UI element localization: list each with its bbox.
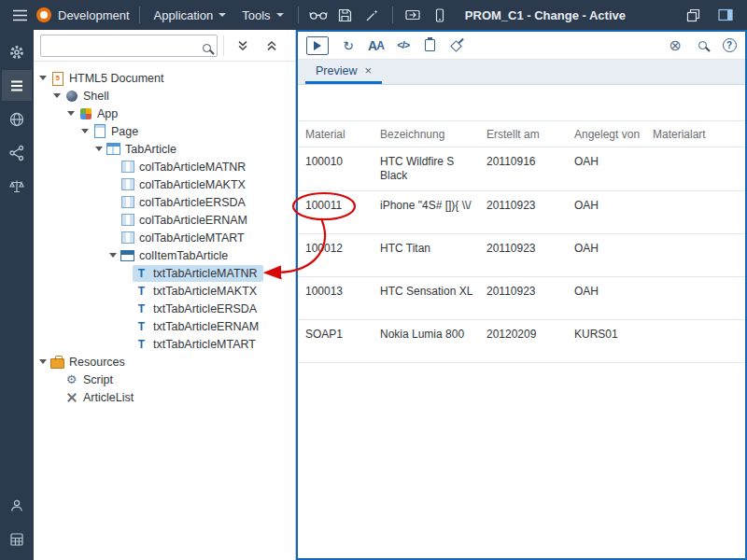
- copy-window-icon[interactable]: [683, 5, 703, 25]
- expander-icon[interactable]: [51, 374, 63, 385]
- help-icon[interactable]: ?: [722, 36, 737, 55]
- table-row[interactable]: 100013HTC Sensation XL20110923OAH: [298, 277, 745, 320]
- expander-icon[interactable]: [107, 250, 119, 261]
- expander-icon[interactable]: [51, 91, 63, 102]
- expander-icon[interactable]: [121, 268, 133, 279]
- layout-toggle-icon[interactable]: [715, 5, 736, 25]
- web-globe-icon[interactable]: [2, 104, 32, 134]
- expander-icon[interactable]: [121, 321, 133, 332]
- tree-item[interactable]: App: [34, 105, 295, 122]
- menu-application[interactable]: Application: [149, 8, 232, 22]
- deploy-icon[interactable]: [402, 5, 423, 25]
- tree-item[interactable]: Shell: [34, 87, 295, 105]
- shell-icon: [64, 89, 78, 103]
- text-icon: [134, 284, 148, 298]
- tree-item[interactable]: txtTabArticleMATNR: [34, 264, 295, 282]
- tree-item-label: txtTabArticleMTART: [153, 338, 256, 351]
- column-header[interactable]: Angelegt von: [567, 121, 645, 147]
- expander-icon[interactable]: [121, 339, 133, 350]
- expander-icon[interactable]: [107, 161, 119, 173]
- legal-scales-icon[interactable]: [2, 171, 32, 202]
- expander-icon[interactable]: [37, 73, 49, 84]
- collapse-all-icon[interactable]: [230, 35, 255, 57]
- text-icon: [134, 319, 148, 333]
- column-header[interactable]: Erstellt am: [479, 121, 567, 147]
- search-icon[interactable]: [203, 39, 211, 56]
- expander-icon[interactable]: [107, 232, 119, 244]
- user-icon[interactable]: [2, 490, 32, 521]
- outline-panel: HTML5 Document Shell App Page TabArticle…: [34, 30, 296, 560]
- expander-icon[interactable]: [121, 303, 133, 315]
- close-circle-icon[interactable]: ⊗: [668, 36, 683, 55]
- fonts-icon[interactable]: AA: [368, 36, 384, 55]
- tree-item[interactable]: Page: [34, 122, 295, 140]
- hamburger-menu-icon[interactable]: [9, 5, 30, 25]
- tree-item[interactable]: colItemTabArticle: [34, 246, 295, 264]
- table-cell: KURS01: [567, 320, 645, 363]
- tab-label: Preview: [316, 64, 357, 77]
- tree-item[interactable]: colTabArticleMATNR: [34, 158, 295, 175]
- outline-editor-icon[interactable]: [2, 70, 32, 101]
- tree-item[interactable]: HTML5 Document: [34, 69, 295, 87]
- column-header[interactable]: Materialart: [645, 121, 745, 147]
- run-preview-icon[interactable]: [306, 36, 329, 55]
- left-rail: [0, 30, 34, 560]
- tree-item[interactable]: txtTabArticleMAKTX: [34, 282, 295, 300]
- tree-item[interactable]: colTabArticleERSDA: [34, 193, 295, 211]
- menu-tools[interactable]: Tools: [237, 8, 288, 22]
- expander-icon[interactable]: [51, 392, 63, 403]
- expander-icon[interactable]: [107, 215, 119, 226]
- tree-item[interactable]: colTabArticleERNAM: [34, 211, 295, 229]
- clipboard-icon[interactable]: [423, 36, 438, 55]
- tree-item-label: colTabArticleERSDA: [139, 196, 246, 209]
- tree-item[interactable]: colTabArticleMAKTX: [34, 175, 295, 193]
- tree-item[interactable]: ArticleList: [34, 388, 295, 406]
- tree-item-label: Shell: [83, 90, 109, 103]
- expander-icon[interactable]: [107, 197, 119, 208]
- format-paint-icon[interactable]: [450, 36, 465, 55]
- expander-icon[interactable]: [65, 108, 77, 119]
- expand-all-icon[interactable]: [259, 35, 284, 57]
- glasses-icon[interactable]: [308, 5, 329, 25]
- top-bar: Development Application Tools PROM_C1 - …: [0, 0, 747, 30]
- tree-item[interactable]: TabArticle: [34, 140, 295, 158]
- tab-close-icon[interactable]: ×: [364, 63, 372, 77]
- tree-item[interactable]: txtTabArticleERNAM: [34, 317, 295, 335]
- column-icon: [120, 160, 134, 174]
- settings-icon[interactable]: [2, 36, 32, 67]
- expander-icon[interactable]: [93, 144, 105, 155]
- expander-icon[interactable]: [121, 286, 133, 297]
- code-icon[interactable]: </>: [396, 36, 411, 55]
- table-row[interactable]: SOAP1Nokia Lumia 80020120209KURS01: [298, 320, 745, 363]
- search-icon[interactable]: [695, 36, 710, 55]
- divider: [298, 7, 299, 23]
- table-row[interactable]: 100010HTC Wildfire S Black20110916OAH: [298, 147, 745, 191]
- apps-grid-icon[interactable]: [2, 524, 32, 554]
- table-row[interactable]: 100012HTC Titan20110923OAH: [298, 234, 745, 277]
- refresh-icon[interactable]: ↻: [341, 36, 356, 55]
- tree-item[interactable]: txtTabArticleERSDA: [34, 300, 295, 317]
- search-box: [40, 35, 218, 57]
- table-cell: OAH: [567, 277, 645, 320]
- tab-preview[interactable]: Preview ×: [305, 60, 382, 84]
- expander-icon[interactable]: [107, 179, 119, 190]
- column-header[interactable]: Material: [298, 121, 373, 147]
- table-cell: 20110916: [479, 147, 567, 191]
- expander-icon[interactable]: [37, 357, 49, 368]
- search-input[interactable]: [40, 35, 218, 57]
- expander-icon[interactable]: [79, 126, 91, 137]
- share-icon[interactable]: [2, 137, 32, 168]
- save-icon[interactable]: [335, 5, 356, 25]
- tree-item-label: colTabArticleMATNR: [139, 161, 246, 174]
- device-preview-icon[interactable]: [430, 5, 450, 25]
- magic-wand-icon[interactable]: [362, 5, 383, 25]
- table-cell: 20120209: [479, 320, 567, 363]
- tree-item[interactable]: Script: [34, 371, 295, 388]
- table-row[interactable]: 100011iPhone "4S# []){ \\/20110923OAH: [298, 191, 745, 234]
- tree-item[interactable]: colTabArticleMTART: [34, 229, 295, 246]
- tree-item[interactable]: Resources: [34, 353, 295, 371]
- tree-item[interactable]: txtTabArticleMTART: [34, 335, 295, 353]
- table-cell: 100011: [298, 191, 373, 234]
- tree-item-label: App: [97, 107, 118, 120]
- column-header[interactable]: Bezeichnung: [373, 121, 479, 147]
